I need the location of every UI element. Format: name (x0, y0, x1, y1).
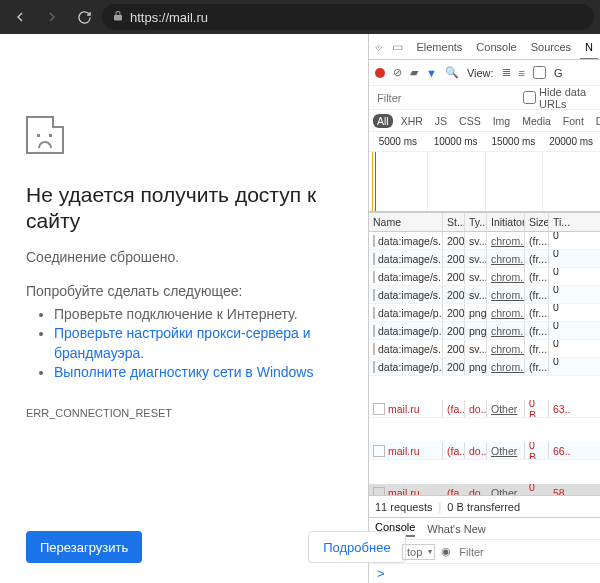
forward-button[interactable] (38, 3, 66, 31)
hide-data-urls-checkbox[interactable]: Hide data URLs (523, 86, 594, 110)
col-name[interactable]: Name (369, 213, 443, 231)
prompt-chevron-icon: > (377, 566, 385, 581)
file-icon (373, 325, 375, 337)
file-icon (373, 361, 375, 373)
error-subline: Соединение сброшено. (26, 249, 348, 265)
drawer-tab-whatsnew[interactable]: What's New (427, 523, 485, 535)
filter-font[interactable]: Font (559, 114, 588, 128)
devtools-panel: ⟐ ▭ Elements Console Sources N ⊘ ▰ ▼ 🔍 V… (368, 34, 600, 583)
col-type[interactable]: Ty... (465, 213, 487, 231)
table-row[interactable]: data:image/s...200sv...chrom...(fr...0 .… (369, 340, 600, 358)
devtools-tabs: ⟐ ▭ Elements Console Sources N (369, 34, 600, 60)
view-small-icon[interactable]: ≡ (519, 67, 525, 79)
back-button[interactable] (6, 3, 34, 31)
suggestion-item: Проверьте подключение к Интернету. (54, 305, 348, 325)
context-selector[interactable]: top (402, 544, 435, 560)
file-icon (373, 289, 375, 301)
table-row[interactable]: data:image/s...200sv...chrom...(fr...0 .… (369, 268, 600, 286)
table-row[interactable]: data:image/s...200sv...chrom...(fr...0 .… (369, 232, 600, 250)
reload-button[interactable] (70, 3, 98, 31)
eye-icon[interactable]: ◉ (441, 545, 451, 558)
console-toolbar: ▯ ⊘ top ◉ (369, 539, 600, 563)
error-code: ERR_CONNECTION_RESET (26, 407, 348, 419)
filter-all[interactable]: All (373, 114, 393, 128)
view-label: View: (467, 67, 494, 79)
tab-console[interactable]: Console (469, 34, 523, 59)
reload-page-button[interactable]: Перезагрузить (26, 531, 142, 563)
table-row[interactable]: mail.ru(fa...do...Other0 B63... (369, 400, 600, 418)
transferred-size: 0 B transferred (447, 501, 520, 513)
col-size[interactable]: Size (525, 213, 549, 231)
console-prompt[interactable]: > (369, 563, 600, 583)
device-toggle-icon[interactable]: ▭ (390, 38, 405, 56)
suggestion-item: Проверьте настройки прокси-сервера и бра… (54, 324, 348, 363)
browser-toolbar: https://mail.ru (0, 0, 600, 34)
file-icon (373, 235, 375, 247)
type-filter-row: All XHR JS CSS Img Media Font Doc WS M (369, 110, 600, 132)
filter-input[interactable] (375, 91, 517, 105)
file-icon (373, 271, 375, 283)
requests-table-body: data:image/s...200sv...chrom...(fr...0 .… (369, 232, 600, 495)
record-button[interactable] (375, 68, 385, 78)
group-checkbox[interactable] (533, 66, 546, 79)
clear-icon[interactable]: ⊘ (393, 66, 402, 79)
error-page: Не удается получить доступ к сайту Соеди… (0, 34, 368, 583)
filter-toggle-icon[interactable]: ▼ (426, 67, 437, 79)
try-label: Попробуйте сделать следующее: (26, 283, 348, 299)
col-status[interactable]: St... (443, 213, 465, 231)
file-icon (373, 487, 385, 496)
table-row[interactable]: mail.ru(fa...do...Other0 B58... (369, 484, 600, 495)
address-bar[interactable]: https://mail.ru (102, 4, 594, 30)
lock-icon (112, 10, 124, 25)
tab-network[interactable]: N (578, 34, 600, 59)
inspect-icon[interactable]: ⟐ (371, 38, 386, 56)
table-row[interactable]: mail.ru(fa...do...Other0 B66... (369, 442, 600, 460)
table-row[interactable]: data:image/p...200pngchrom...(fr...0 ... (369, 304, 600, 322)
table-row[interactable]: data:image/s...200sv...chrom...(fr...0 .… (369, 286, 600, 304)
suggestions-list: Проверьте подключение к Интернету. Прове… (32, 305, 348, 383)
file-icon (373, 253, 375, 265)
file-icon (373, 343, 375, 355)
error-heading: Не удается получить доступ к сайту (26, 182, 348, 235)
requests-table-header: Name St... Ty... Initiator Size Ti... (369, 212, 600, 232)
camera-icon[interactable]: ▰ (410, 66, 418, 79)
sad-page-icon (26, 116, 64, 154)
col-time[interactable]: Ti... (549, 213, 571, 231)
requests-count: 11 requests (375, 501, 432, 513)
search-icon[interactable]: 🔍 (445, 66, 459, 79)
url-text: https://mail.ru (130, 10, 208, 25)
table-row[interactable]: data:image/s...200sv...chrom...(fr...0 .… (369, 250, 600, 268)
filter-xhr[interactable]: XHR (397, 114, 427, 128)
network-diag-link[interactable]: Выполните диагностику сети в Windows (54, 364, 313, 380)
view-large-icon[interactable]: ≣ (502, 66, 511, 79)
filter-css[interactable]: CSS (455, 114, 485, 128)
filter-js[interactable]: JS (431, 114, 451, 128)
table-row[interactable]: data:image/p...200pngchrom...(fr...0 ... (369, 322, 600, 340)
group-label: G (554, 67, 563, 79)
filter-media[interactable]: Media (518, 114, 555, 128)
proxy-settings-link[interactable]: Проверьте настройки прокси-сервера и бра… (54, 325, 311, 361)
filter-doc[interactable]: Doc (592, 114, 600, 128)
network-toolbar: ⊘ ▰ ▼ 🔍 View: ≣ ≡ G (369, 60, 600, 86)
tab-elements[interactable]: Elements (409, 34, 469, 59)
details-button[interactable]: Подробнее (308, 531, 405, 563)
network-summary: 11 requests | 0 B transferred (369, 495, 600, 517)
file-icon (373, 307, 375, 319)
col-initiator[interactable]: Initiator (487, 213, 525, 231)
waterfall-chart[interactable] (369, 152, 600, 212)
file-icon (373, 403, 385, 415)
tab-sources[interactable]: Sources (524, 34, 578, 59)
table-row[interactable]: data:image/p...200pngchrom...(fr...0 ... (369, 358, 600, 376)
waterfall-ruler: 5000 ms 10000 ms 15000 ms 20000 ms (369, 132, 600, 152)
suggestion-item: Выполните диагностику сети в Windows (54, 363, 348, 383)
file-icon (373, 445, 385, 457)
filter-img[interactable]: Img (489, 114, 515, 128)
console-filter-input[interactable] (457, 545, 599, 559)
